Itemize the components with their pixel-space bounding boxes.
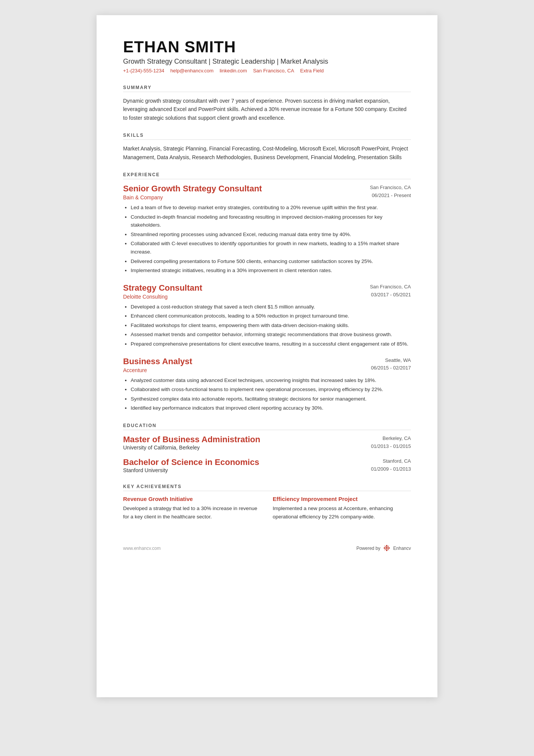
bullet: Synthesized complex data into actionable… xyxy=(131,395,411,403)
achievement-title-1: Efficiency Improvement Project xyxy=(273,496,411,502)
contact-line: +1-(234)-555-1234 help@enhancv.com linke… xyxy=(123,68,411,74)
achievement-entry-1: Efficiency Improvement Project Implement… xyxy=(273,496,411,521)
exp-company-1: Deloitte Consulting xyxy=(123,294,202,300)
contact-location: San Francisco, CA xyxy=(253,68,294,74)
edu-degree-0: Master of Business Administration xyxy=(123,435,260,445)
edu-school-0: University of California, Berkeley xyxy=(123,445,260,451)
experience-entry-0: Senior Growth Strategy Consultant Bain &… xyxy=(123,184,411,275)
education-section: EDUCATION Master of Business Administrat… xyxy=(123,423,411,473)
summary-text: Dynamic growth strategy consultant with … xyxy=(123,97,411,122)
exp-dates-1: 03/2017 - 05/2021 xyxy=(370,291,411,299)
bullet: Led a team of five to develop market ent… xyxy=(131,203,411,212)
achievements-grid: Revenue Growth Initiative Developed a st… xyxy=(123,496,411,521)
summary-section: SUMMARY Dynamic growth strategy consulta… xyxy=(123,85,411,122)
exp-location-2: Seattle, WA xyxy=(371,357,411,365)
footer-brand: Powered by ❉ Enhancv xyxy=(356,543,411,553)
skills-text: Market Analysis, Strategic Planning, Fin… xyxy=(123,144,411,161)
footer-powered-by: Powered by xyxy=(356,546,380,551)
contact-linkedin[interactable]: linkedin.com xyxy=(220,68,247,74)
experience-section: EXPERIENCE Senior Growth Strategy Consul… xyxy=(123,172,411,412)
footer-brand-name: Enhancv xyxy=(393,546,411,551)
resume-page: ETHAN SMITH Growth Strategy Consultant |… xyxy=(97,15,437,697)
exp-company-0: Bain & Company xyxy=(123,194,262,200)
exp-dates-2: 06/2015 - 02/2017 xyxy=(371,364,411,372)
summary-section-title: SUMMARY xyxy=(123,85,411,92)
skills-section: SKILLS Market Analysis, Strategic Planni… xyxy=(123,133,411,161)
candidate-title: Growth Strategy Consultant | Strategic L… xyxy=(123,58,411,66)
edu-dates-0: 01/2013 - 01/2015 xyxy=(371,443,411,451)
bullet: Developed a cost-reduction strategy that… xyxy=(131,303,411,311)
footer: www.enhancv.com Powered by ❉ Enhancv xyxy=(123,543,411,553)
exp-bullets-0: Led a team of five to develop market ent… xyxy=(123,203,411,275)
skills-section-title: SKILLS xyxy=(123,133,411,140)
edu-entry-1: Bachelor of Science in Economics Stanfor… xyxy=(123,457,411,473)
edu-school-1: Stanford University xyxy=(123,467,259,473)
education-section-title: EDUCATION xyxy=(123,423,411,430)
bullet: Implemented strategic initiatives, resul… xyxy=(131,266,411,275)
edu-entry-0: Master of Business Administration Univer… xyxy=(123,435,411,451)
contact-email[interactable]: help@enhancv.com xyxy=(170,68,214,74)
bullet: Prepared comprehensive presentations for… xyxy=(131,340,411,348)
achievement-title-0: Revenue Growth Initiative xyxy=(123,496,261,502)
bullet: Delivered compelling presentations to Fo… xyxy=(131,257,411,266)
bullet: Analyzed customer data using advanced Ex… xyxy=(131,376,411,385)
bullet: Identified key performance indicators th… xyxy=(131,404,411,412)
edu-degree-1: Bachelor of Science in Economics xyxy=(123,457,259,467)
bullet: Enhanced client communication protocols,… xyxy=(131,312,411,320)
exp-title-0: Senior Growth Strategy Consultant xyxy=(123,184,262,194)
edu-location-0: Berkeley, CA xyxy=(371,435,411,443)
exp-location-1: San Francisco, CA xyxy=(370,283,411,291)
achievement-entry-0: Revenue Growth Initiative Developed a st… xyxy=(123,496,261,521)
edu-dates-1: 01/2009 - 01/2013 xyxy=(371,465,411,473)
experience-section-title: EXPERIENCE xyxy=(123,172,411,179)
exp-bullets-1: Developed a cost-reduction strategy that… xyxy=(123,303,411,348)
contact-extra: Extra Field xyxy=(300,68,324,74)
exp-company-2: Accenture xyxy=(123,367,192,373)
achievements-section-title: KEY ACHIEVEMENTS xyxy=(123,484,411,491)
experience-entry-1: Strategy Consultant Deloitte Consulting … xyxy=(123,283,411,348)
exp-location-0: San Francisco, CA xyxy=(370,184,411,192)
achievements-section: KEY ACHIEVEMENTS Revenue Growth Initiati… xyxy=(123,484,411,521)
enhancv-logo-icon: ❉ xyxy=(383,543,390,553)
bullet: Assessed market trends and competitor be… xyxy=(131,330,411,339)
bullet: Facilitated workshops for client teams, … xyxy=(131,321,411,330)
header: ETHAN SMITH Growth Strategy Consultant |… xyxy=(123,38,411,74)
contact-phone[interactable]: +1-(234)-555-1234 xyxy=(123,68,164,74)
achievement-text-0: Developed a strategy that led to a 30% i… xyxy=(123,504,261,521)
achievement-text-1: Implemented a new process at Accenture, … xyxy=(273,504,411,521)
edu-location-1: Stanford, CA xyxy=(371,457,411,465)
footer-website: www.enhancv.com xyxy=(123,546,161,551)
candidate-name: ETHAN SMITH xyxy=(123,38,411,56)
exp-dates-0: 06/2021 - Present xyxy=(370,192,411,200)
bullet: Collaborated with cross-functional teams… xyxy=(131,385,411,394)
exp-title-1: Strategy Consultant xyxy=(123,283,202,293)
bullet: Streamlined reporting processes using ad… xyxy=(131,230,411,239)
bullet: Collaborated with C-level executives to … xyxy=(131,239,411,256)
bullet: Conducted in-depth financial modeling an… xyxy=(131,213,411,229)
experience-entry-2: Business Analyst Accenture Seattle, WA 0… xyxy=(123,357,411,412)
exp-title-2: Business Analyst xyxy=(123,357,192,366)
exp-bullets-2: Analyzed customer data using advanced Ex… xyxy=(123,376,411,412)
